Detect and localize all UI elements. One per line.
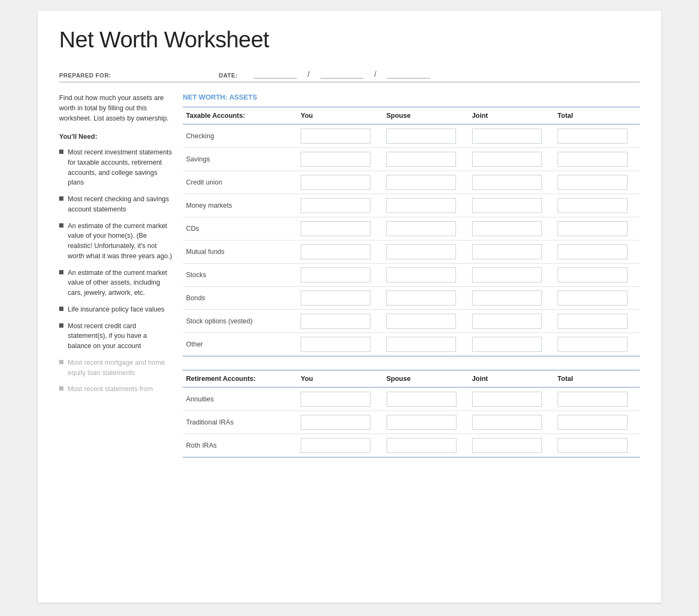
- input-you[interactable]: [301, 438, 370, 453]
- taxable-savings-joint[interactable]: [469, 148, 554, 171]
- taxable-credit-union-joint[interactable]: [469, 171, 554, 194]
- taxable-mutual-funds-total[interactable]: [554, 240, 640, 264]
- input-total[interactable]: [558, 244, 627, 259]
- taxable-stock-options-(vested)-total[interactable]: [554, 310, 640, 333]
- taxable-bonds-total[interactable]: [554, 287, 640, 310]
- taxable-savings-total[interactable]: [554, 148, 640, 171]
- taxable-checking-joint[interactable]: [469, 124, 554, 148]
- taxable-money-markets-you[interactable]: [297, 194, 383, 217]
- input-total[interactable]: [558, 152, 627, 167]
- input-joint[interactable]: [472, 221, 542, 236]
- input-you[interactable]: [301, 392, 370, 407]
- input-joint[interactable]: [472, 244, 542, 259]
- input-spouse[interactable]: [386, 244, 456, 259]
- input-total[interactable]: [558, 392, 627, 407]
- retirement-annuities-joint[interactable]: [469, 387, 554, 411]
- taxable-money-markets-total[interactable]: [554, 194, 640, 217]
- taxable-mutual-funds-joint[interactable]: [469, 240, 554, 264]
- retirement-roth-iras-spouse[interactable]: [383, 434, 469, 458]
- taxable-stock-options-(vested)-joint[interactable]: [469, 310, 554, 333]
- taxable-bonds-you[interactable]: [297, 287, 383, 310]
- input-joint[interactable]: [472, 152, 542, 167]
- taxable-credit-union-spouse[interactable]: [383, 171, 468, 194]
- input-total[interactable]: [558, 198, 627, 213]
- taxable-bonds-joint[interactable]: [469, 287, 554, 310]
- taxable-savings-spouse[interactable]: [383, 148, 468, 171]
- taxable-cds-you[interactable]: [297, 217, 383, 240]
- input-spouse[interactable]: [387, 415, 457, 430]
- input-total[interactable]: [558, 337, 627, 352]
- input-spouse[interactable]: [386, 337, 456, 352]
- input-you[interactable]: [301, 221, 370, 236]
- input-you[interactable]: [301, 198, 370, 213]
- input-total[interactable]: [558, 129, 627, 144]
- input-spouse[interactable]: [386, 152, 456, 167]
- retirement-traditional-iras-total[interactable]: [554, 411, 640, 434]
- input-joint[interactable]: [472, 392, 542, 407]
- taxable-other-spouse[interactable]: [383, 333, 468, 357]
- input-spouse[interactable]: [386, 291, 456, 306]
- taxable-checking-spouse[interactable]: [383, 124, 468, 148]
- input-spouse[interactable]: [386, 175, 456, 190]
- retirement-annuities-total[interactable]: [554, 387, 640, 411]
- taxable-stock-options-(vested)-you[interactable]: [297, 310, 383, 333]
- taxable-stock-options-(vested)-spouse[interactable]: [383, 310, 468, 333]
- input-you[interactable]: [301, 152, 370, 167]
- input-total[interactable]: [558, 291, 627, 306]
- retirement-traditional-iras-joint[interactable]: [469, 411, 554, 434]
- taxable-money-markets-joint[interactable]: [469, 194, 554, 217]
- taxable-money-markets-spouse[interactable]: [383, 194, 468, 217]
- input-total[interactable]: [558, 221, 627, 236]
- taxable-credit-union-you[interactable]: [297, 171, 383, 194]
- taxable-cds-joint[interactable]: [469, 217, 554, 240]
- input-total[interactable]: [558, 415, 627, 430]
- input-joint[interactable]: [472, 198, 542, 213]
- input-joint[interactable]: [472, 438, 542, 453]
- input-total[interactable]: [558, 438, 627, 453]
- retirement-traditional-iras-you[interactable]: [297, 411, 383, 434]
- input-you[interactable]: [301, 291, 370, 306]
- retirement-traditional-iras-spouse[interactable]: [383, 411, 469, 434]
- retirement-annuities-you[interactable]: [297, 387, 383, 411]
- input-joint[interactable]: [472, 291, 542, 306]
- input-you[interactable]: [301, 129, 370, 144]
- input-joint[interactable]: [472, 337, 542, 352]
- input-you[interactable]: [301, 175, 370, 190]
- taxable-mutual-funds-spouse[interactable]: [383, 240, 468, 264]
- retirement-roth-iras-joint[interactable]: [469, 434, 554, 458]
- input-joint[interactable]: [472, 314, 542, 329]
- taxable-savings-you[interactable]: [297, 148, 383, 171]
- taxable-mutual-funds-you[interactable]: [297, 240, 383, 264]
- input-joint[interactable]: [472, 267, 542, 282]
- taxable-stocks-spouse[interactable]: [383, 264, 468, 287]
- retirement-roth-iras-you[interactable]: [297, 434, 383, 458]
- taxable-checking-total[interactable]: [554, 124, 640, 148]
- input-total[interactable]: [558, 314, 627, 329]
- taxable-credit-union-total[interactable]: [554, 171, 640, 194]
- input-joint[interactable]: [472, 415, 542, 430]
- taxable-other-you[interactable]: [297, 333, 383, 357]
- taxable-other-joint[interactable]: [469, 333, 554, 357]
- input-spouse[interactable]: [386, 221, 456, 236]
- input-you[interactable]: [301, 415, 370, 430]
- input-joint[interactable]: [472, 175, 542, 190]
- input-joint[interactable]: [472, 129, 542, 144]
- input-spouse[interactable]: [386, 314, 456, 329]
- retirement-annuities-spouse[interactable]: [383, 387, 469, 411]
- taxable-stocks-total[interactable]: [554, 264, 640, 287]
- input-spouse[interactable]: [387, 392, 457, 407]
- taxable-cds-spouse[interactable]: [383, 217, 468, 240]
- taxable-bonds-spouse[interactable]: [383, 287, 468, 310]
- retirement-roth-iras-total[interactable]: [554, 434, 640, 458]
- input-spouse[interactable]: [386, 129, 456, 144]
- input-spouse[interactable]: [386, 267, 456, 282]
- input-total[interactable]: [558, 175, 627, 190]
- taxable-other-total[interactable]: [554, 333, 640, 357]
- taxable-cds-total[interactable]: [554, 217, 640, 240]
- taxable-checking-you[interactable]: [297, 124, 383, 148]
- input-you[interactable]: [301, 314, 370, 329]
- input-you[interactable]: [301, 267, 370, 282]
- input-spouse[interactable]: [387, 438, 457, 453]
- input-you[interactable]: [301, 337, 370, 352]
- input-you[interactable]: [301, 244, 370, 259]
